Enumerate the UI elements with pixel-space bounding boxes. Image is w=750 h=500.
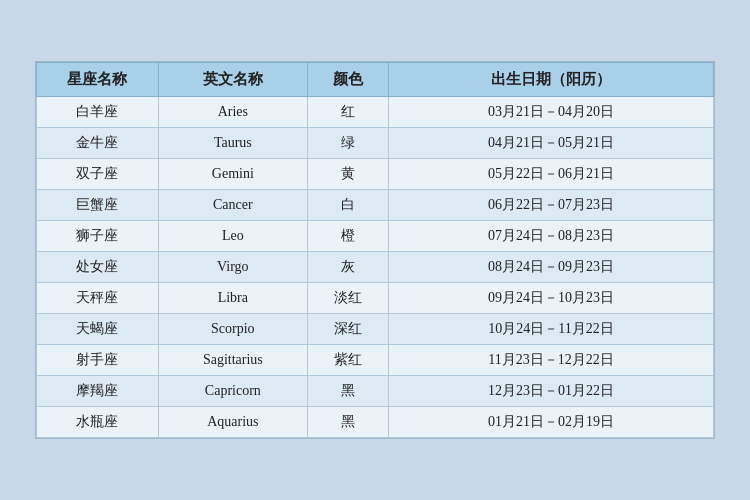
table-row: 天秤座Libra淡红09月24日－10月23日 <box>37 283 714 314</box>
zodiac-table-container: 星座名称 英文名称 颜色 出生日期（阳历） 白羊座Aries红03月21日－04… <box>35 61 715 439</box>
cell-date: 09月24日－10月23日 <box>389 283 714 314</box>
cell-date: 12月23日－01月22日 <box>389 376 714 407</box>
cell-english: Leo <box>158 221 307 252</box>
cell-color: 橙 <box>307 221 388 252</box>
table-row: 射手座Sagittarius紫红11月23日－12月22日 <box>37 345 714 376</box>
cell-date: 11月23日－12月22日 <box>389 345 714 376</box>
cell-chinese: 天蝎座 <box>37 314 159 345</box>
cell-english: Libra <box>158 283 307 314</box>
cell-color: 深红 <box>307 314 388 345</box>
cell-color: 黑 <box>307 407 388 438</box>
cell-chinese: 天秤座 <box>37 283 159 314</box>
cell-chinese: 狮子座 <box>37 221 159 252</box>
table-row: 摩羯座Capricorn黑12月23日－01月22日 <box>37 376 714 407</box>
cell-english: Scorpio <box>158 314 307 345</box>
cell-color: 绿 <box>307 128 388 159</box>
header-date: 出生日期（阳历） <box>389 63 714 97</box>
table-row: 处女座Virgo灰08月24日－09月23日 <box>37 252 714 283</box>
table-row: 狮子座Leo橙07月24日－08月23日 <box>37 221 714 252</box>
cell-english: Aquarius <box>158 407 307 438</box>
table-header-row: 星座名称 英文名称 颜色 出生日期（阳历） <box>37 63 714 97</box>
cell-english: Sagittarius <box>158 345 307 376</box>
cell-chinese: 水瓶座 <box>37 407 159 438</box>
cell-english: Virgo <box>158 252 307 283</box>
cell-chinese: 射手座 <box>37 345 159 376</box>
cell-date: 06月22日－07月23日 <box>389 190 714 221</box>
header-chinese: 星座名称 <box>37 63 159 97</box>
cell-color: 红 <box>307 97 388 128</box>
cell-chinese: 白羊座 <box>37 97 159 128</box>
cell-date: 07月24日－08月23日 <box>389 221 714 252</box>
cell-date: 05月22日－06月21日 <box>389 159 714 190</box>
table-body: 白羊座Aries红03月21日－04月20日金牛座Taurus绿04月21日－0… <box>37 97 714 438</box>
table-row: 白羊座Aries红03月21日－04月20日 <box>37 97 714 128</box>
cell-date: 03月21日－04月20日 <box>389 97 714 128</box>
cell-english: Aries <box>158 97 307 128</box>
table-row: 金牛座Taurus绿04月21日－05月21日 <box>37 128 714 159</box>
cell-color: 灰 <box>307 252 388 283</box>
cell-date: 10月24日－11月22日 <box>389 314 714 345</box>
cell-color: 白 <box>307 190 388 221</box>
table-row: 巨蟹座Cancer白06月22日－07月23日 <box>37 190 714 221</box>
cell-color: 淡红 <box>307 283 388 314</box>
header-color: 颜色 <box>307 63 388 97</box>
cell-color: 黑 <box>307 376 388 407</box>
cell-english: Gemini <box>158 159 307 190</box>
cell-color: 紫红 <box>307 345 388 376</box>
cell-color: 黄 <box>307 159 388 190</box>
cell-date: 04月21日－05月21日 <box>389 128 714 159</box>
table-row: 双子座Gemini黄05月22日－06月21日 <box>37 159 714 190</box>
zodiac-table: 星座名称 英文名称 颜色 出生日期（阳历） 白羊座Aries红03月21日－04… <box>36 62 714 438</box>
cell-chinese: 处女座 <box>37 252 159 283</box>
cell-date: 08月24日－09月23日 <box>389 252 714 283</box>
cell-chinese: 金牛座 <box>37 128 159 159</box>
table-row: 天蝎座Scorpio深红10月24日－11月22日 <box>37 314 714 345</box>
cell-english: Capricorn <box>158 376 307 407</box>
cell-date: 01月21日－02月19日 <box>389 407 714 438</box>
cell-english: Taurus <box>158 128 307 159</box>
cell-chinese: 巨蟹座 <box>37 190 159 221</box>
header-english: 英文名称 <box>158 63 307 97</box>
table-row: 水瓶座Aquarius黑01月21日－02月19日 <box>37 407 714 438</box>
cell-chinese: 双子座 <box>37 159 159 190</box>
cell-english: Cancer <box>158 190 307 221</box>
cell-chinese: 摩羯座 <box>37 376 159 407</box>
